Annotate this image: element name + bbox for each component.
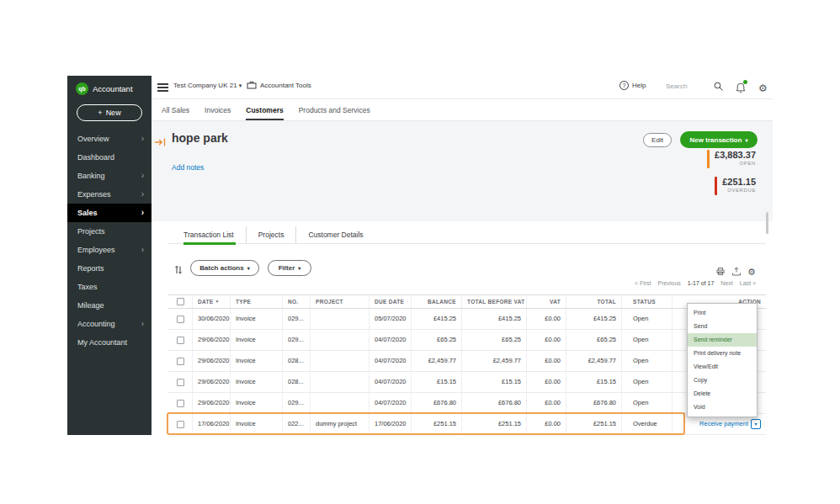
table-row-selected[interactable]: 17/06/2020 Invoice 022... dummy project …: [168, 414, 766, 435]
brand-name: Accountant: [93, 84, 133, 93]
sidebar-item-accounting[interactable]: Accounting›: [67, 315, 152, 333]
cell-vat: £0.00: [526, 330, 566, 350]
table-row[interactable]: 29/06/2020 Invoice 029... 04/07/2020 £67…: [168, 393, 766, 414]
menu-item-delete[interactable]: Delete: [688, 387, 757, 401]
row-checkbox[interactable]: [177, 421, 184, 428]
tab-invoices[interactable]: Invoices: [205, 99, 231, 120]
cell-date: 30/06/2020: [192, 309, 230, 329]
tab-products-services[interactable]: Products and Services: [299, 99, 370, 120]
collapse-panel-icon[interactable]: [154, 135, 166, 151]
plus-icon: +: [98, 109, 102, 117]
chevron-right-icon: ›: [141, 204, 144, 222]
cell-no: 029...: [282, 393, 310, 413]
status-badge: Open: [621, 309, 672, 329]
table-row[interactable]: 29/06/2020 Invoice 028... 04/07/2020 £2,…: [168, 351, 766, 372]
notifications-bell-icon[interactable]: [736, 82, 746, 97]
export-icon[interactable]: [731, 264, 742, 279]
cell-no: 022...: [282, 414, 310, 434]
question-icon: ?: [619, 81, 629, 90]
row-checkbox[interactable]: [177, 358, 184, 365]
cell-due-date: 17/06/2020: [369, 414, 411, 434]
cell-due-date: 04/07/2020: [369, 372, 411, 392]
accountant-tools-button[interactable]: Accountant Tools: [247, 81, 311, 89]
scrollbar-thumb[interactable]: [766, 212, 768, 234]
pagination-previous[interactable]: Previous: [658, 280, 681, 286]
help-button[interactable]: ? Help: [619, 81, 646, 90]
tab-customers[interactable]: Customers: [246, 99, 283, 120]
add-notes-link[interactable]: Add notes: [172, 163, 204, 172]
sidebar-item-my-accountant[interactable]: My Accountant: [67, 333, 152, 352]
tab-customer-details[interactable]: Customer Details: [295, 226, 375, 243]
header-total[interactable]: TOTAL: [566, 295, 621, 308]
search-icon[interactable]: [714, 82, 724, 94]
overdue-amount: £251.15: [722, 177, 756, 187]
menu-item-print-delivery-note[interactable]: Print delivery note: [688, 347, 757, 360]
sidebar-item-overview[interactable]: Overview›: [67, 130, 152, 148]
receive-payment-caret-icon[interactable]: ▾: [751, 419, 761, 429]
row-checkbox[interactable]: [177, 379, 184, 386]
pagination-next[interactable]: Next: [720, 280, 732, 286]
header-project[interactable]: PROJECT: [310, 295, 369, 308]
menu-item-send-reminder[interactable]: Send reminder: [688, 333, 757, 347]
header-status[interactable]: STATUS: [621, 295, 672, 308]
status-badge: Open: [621, 372, 672, 392]
search-input[interactable]: Search: [666, 82, 687, 90]
new-button[interactable]: + New: [77, 104, 142, 121]
receive-payment-button[interactable]: Receive payment: [699, 420, 748, 427]
sidebar-item-expenses[interactable]: Expenses›: [67, 185, 152, 204]
edit-button[interactable]: Edit: [643, 133, 672, 147]
sidebar-item-projects[interactable]: Projects: [67, 222, 152, 241]
table-row[interactable]: 29/06/2020 Invoice 028... 04/07/2020 £15…: [168, 372, 766, 393]
tab-transaction-list[interactable]: Transaction List: [183, 226, 246, 243]
header-total-before-vat[interactable]: TOTAL BEFORE VAT: [461, 295, 526, 308]
print-icon[interactable]: [715, 264, 726, 279]
pagination-last[interactable]: Last >: [740, 280, 756, 286]
tab-projects[interactable]: Projects: [246, 226, 296, 243]
row-checkbox[interactable]: [177, 316, 184, 323]
open-amount: £3,883.37: [715, 150, 756, 160]
header-no[interactable]: NO.: [282, 295, 310, 308]
menu-item-send[interactable]: Send: [688, 320, 757, 333]
caret-down-icon: ▾: [239, 82, 242, 88]
row-checkbox[interactable]: [177, 400, 184, 407]
hamburger-menu-icon[interactable]: [157, 83, 168, 93]
header-balance[interactable]: BALANCE: [411, 295, 461, 308]
sort-icon[interactable]: [174, 263, 183, 279]
table-settings-gear-icon[interactable]: ⚙: [747, 267, 756, 277]
batch-actions-button[interactable]: Batch actions ▾: [190, 260, 259, 276]
menu-item-copy[interactable]: Copy: [688, 374, 757, 387]
menu-item-view-edit[interactable]: View/Edit: [688, 360, 757, 374]
sidebar-item-reports[interactable]: Reports: [67, 259, 152, 278]
new-transaction-button[interactable]: New transaction ▾: [680, 131, 758, 148]
caret-down-icon: ▾: [745, 137, 747, 143]
sidebar-item-taxes[interactable]: Taxes: [67, 278, 152, 296]
cell-total: £676.80: [566, 393, 621, 413]
header-vat[interactable]: VAT: [526, 295, 566, 308]
sidebar-item-dashboard[interactable]: Dashboard: [67, 148, 152, 167]
row-action-menu: Print Send Send reminder Print delivery …: [687, 303, 758, 417]
company-selector[interactable]: Test Company UK 21 ▾: [173, 82, 242, 89]
menu-item-void[interactable]: Void: [688, 401, 757, 414]
sidebar-item-label: Mileage: [77, 301, 104, 310]
table-row[interactable]: 30/06/2020 Invoice 029... 05/07/2020 £41…: [168, 309, 766, 330]
sidebar-item-banking[interactable]: Banking›: [67, 167, 152, 185]
pagination-first[interactable]: < First: [635, 280, 651, 286]
cell-total-before-vat: £65.25: [461, 330, 526, 350]
table-row[interactable]: 29/06/2020 Invoice 029... 04/07/2020 £65…: [168, 330, 766, 351]
sidebar-item-sales[interactable]: Sales›: [67, 204, 152, 222]
header-type[interactable]: TYPE: [230, 295, 282, 308]
tab-all-sales[interactable]: All Sales: [162, 99, 189, 120]
open-balance: £3,883.37 OPEN: [707, 150, 756, 168]
customer-header-band: [152, 121, 773, 221]
sidebar-item-mileage[interactable]: Mileage: [67, 296, 152, 315]
header-due-date[interactable]: DUE DATE: [369, 295, 411, 308]
menu-item-print[interactable]: Print: [688, 306, 757, 320]
sidebar-item-label: Reports: [77, 264, 104, 273]
sidebar-item-employees[interactable]: Employees›: [67, 241, 152, 259]
cell-project: [310, 351, 369, 371]
select-all-checkbox[interactable]: [177, 298, 184, 305]
settings-gear-icon[interactable]: ⚙: [758, 82, 768, 94]
filter-button[interactable]: Filter ▾: [268, 260, 311, 276]
row-checkbox[interactable]: [177, 337, 184, 344]
header-date[interactable]: DATE▼: [192, 295, 230, 308]
